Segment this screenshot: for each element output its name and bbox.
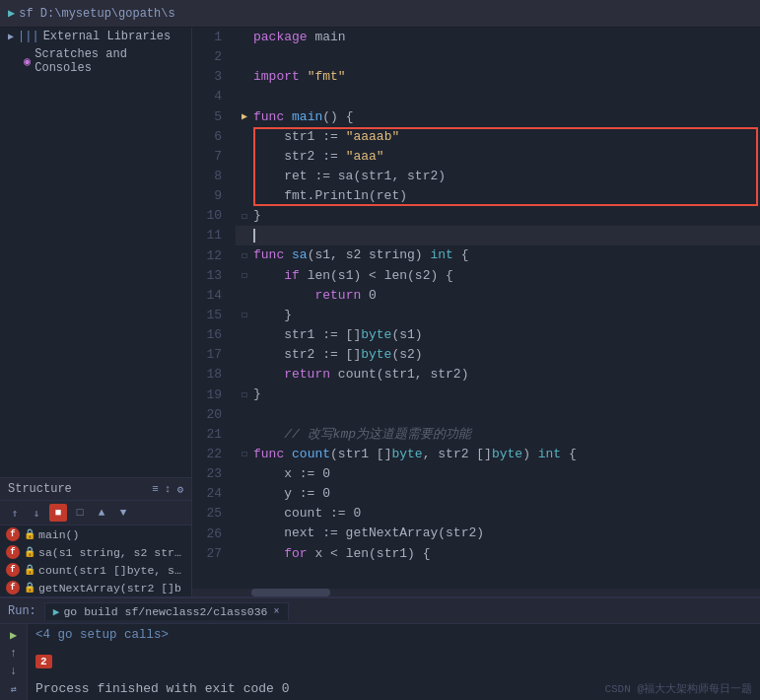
code-line-17: str2 := []byte(s2) [236,345,760,365]
collapse-all-button[interactable]: ⇓ [28,504,45,522]
structure-item-main[interactable]: f 🔒 main() [0,525,191,543]
expand-arrow-icon: ▶ [8,31,14,42]
fold-arrow-5[interactable]: ▶ [242,109,247,125]
func-label-count: count(str1 []byte, str2 [38,564,185,577]
settings-icon[interactable]: ⚙ [176,483,183,496]
fold-icon-15: ◻ [242,308,247,323]
fold-icon-12: ◻ [242,248,247,264]
run-body: ▶ ↑ ↓ ⇄ <4 go setup calls> 2 Process fin… [0,624,760,700]
lock-icon-sa: 🔒 [24,546,35,558]
error-badge-sa: f [6,545,20,559]
scratches-icon: ◉ [24,54,31,69]
structure-item-sa[interactable]: f 🔒 sa(s1 string, s2 string [0,543,191,561]
code-text-10: } [253,206,261,226]
project-path: sf D:\mysetup\gopath\s [19,7,174,21]
output-badge-line: 2 [35,655,752,668]
code-text-3: import "fmt" [253,67,346,87]
run-tab-text: go build sf/newclass2/class036 [63,605,267,618]
code-text-8: ret := sa(str1, str2) [253,167,446,186]
code-text-15: } [253,306,292,325]
run-label: Run: [8,604,36,618]
main-area: ▶ ||| External Libraries ◉ Scratches and… [0,28,760,596]
top-bar: ▶ sf D:\mysetup\gopath\s [0,0,760,28]
lock-icon-getnextarray: 🔒 [24,582,35,594]
error-badge-getnextarray: f [6,581,20,595]
gutter-12: ◻ [236,248,253,264]
code-text-20 [253,405,261,425]
project-icon: ▶ [8,6,15,21]
code-text-2 [253,47,261,67]
code-text-27: for x < len(str1) { [253,544,430,564]
code-line-18: return count(str1, str2) [236,365,760,385]
nav-frame-button[interactable]: □ [71,504,89,522]
sidebar-item-external-libraries[interactable]: ▶ ||| External Libraries [0,28,191,45]
code-line-12: ◻ func sa(s1, s2 string) int { [236,245,760,265]
code-text-22: func count(str1 []byte, str2 []byte) int… [253,445,577,464]
lock-icon-count: 🔒 [24,564,35,576]
editor-area[interactable]: 12345 678910 1112131415 1617181920 21222… [192,28,760,596]
code-line-27: for x < len(str1) { [236,544,760,564]
run-play-button[interactable]: ▶ [4,628,24,643]
run-tab[interactable]: ▶ go build sf/newclass2/class036 × [44,602,289,620]
external-libraries-label: External Libraries [43,30,172,43]
run-tab-close-icon[interactable]: × [273,606,279,617]
run-tab-icon: ▶ [53,605,60,618]
func-label-getnextarray: getNextArray(str2 []b [38,582,181,595]
code-text-13: if len(s1) < len(s2) { [253,266,453,286]
code-text-21: // 改写kmp为这道题需要的功能 [253,425,471,445]
code-line-14: return 0 [236,286,760,306]
code-lines: package main import "fmt" [230,28,760,589]
code-line-20 [236,405,760,425]
code-cursor-11 [253,229,263,243]
run-down-button[interactable]: ↓ [4,665,24,678]
run-panel: Run: ▶ go build sf/newclass2/class036 × … [0,596,760,700]
code-line-11 [236,226,760,245]
scrollbar-thumb[interactable] [251,589,330,596]
code-text-6: str1 := "aaaab" [253,127,399,147]
structure-toolbar: ⇑ ⇓ ■ □ ▲ ▼ [0,501,191,525]
code-line-13: ◻ if len(s1) < len(s2) { [236,266,760,286]
code-line-15: ◻ } [236,306,760,325]
run-tab-bar: Run: ▶ go build sf/newclass2/class036 × [0,598,760,624]
output-badge: 2 [35,655,52,668]
sidebar: ▶ ||| External Libraries ◉ Scratches and… [0,28,192,596]
code-line-8: ret := sa(str1, str2) [236,167,760,186]
code-line-7: str2 := "aaa" [236,147,760,167]
pin-button[interactable]: ■ [49,504,67,522]
structure-item-getnextarray[interactable]: f 🔒 getNextArray(str2 []b [0,579,191,596]
lock-icon-main: 🔒 [24,528,35,540]
run-up-button[interactable]: ↑ [4,647,24,661]
error-badge-count: f [6,563,20,577]
run-wrap-button[interactable]: ⇄ [4,682,24,696]
code-line-2 [236,47,760,67]
code-line-26: next := getNextArray(str2) [236,524,760,543]
code-text-5: func main() { [253,107,353,127]
sidebar-item-scratches[interactable]: ◉ Scratches and Consoles [0,45,191,77]
gutter-15: ◻ [236,308,253,323]
output-result-text: Process finished with exit code 0 [35,681,289,696]
sidebar-tree: ▶ ||| External Libraries ◉ Scratches and… [0,28,191,477]
nav-up-button[interactable]: ▲ [93,504,110,522]
sort-type-icon[interactable]: ↕ [165,483,172,496]
code-line-19: ◻ } [236,385,760,404]
code-line-6: str1 := "aaaab" [236,127,760,147]
code-line-24: y := 0 [236,484,760,504]
nav-down-button[interactable]: ▼ [114,504,132,522]
horizontal-scrollbar[interactable] [192,589,760,596]
highlight-block: str1 := "aaaab" str2 := "aaa" ret := sa(… [236,127,760,207]
code-line-23: x := 0 [236,464,760,484]
code-line-21: // 改写kmp为这道题需要的功能 [236,425,760,445]
code-line-5: ▶ func main() { [236,107,760,127]
scratches-label: Scratches and Consoles [35,47,183,75]
code-text-12: func sa(s1, s2 string) int { [253,245,468,265]
run-output: <4 go setup calls> 2 Process finished wi… [28,624,760,700]
code-text-14: return 0 [253,286,377,306]
code-text-25: count := 0 [253,504,361,524]
sort-alphabetically-icon[interactable]: ≡ [152,483,159,496]
structure-item-count[interactable]: f 🔒 count(str1 []byte, str2 [0,561,191,579]
code-text-7: str2 := "aaa" [253,147,384,167]
gutter-10: ◻ [236,209,253,225]
gutter-5: ▶ [236,109,253,125]
expand-all-button[interactable]: ⇑ [6,504,24,522]
code-line-9: fmt.Println(ret) [236,186,760,206]
